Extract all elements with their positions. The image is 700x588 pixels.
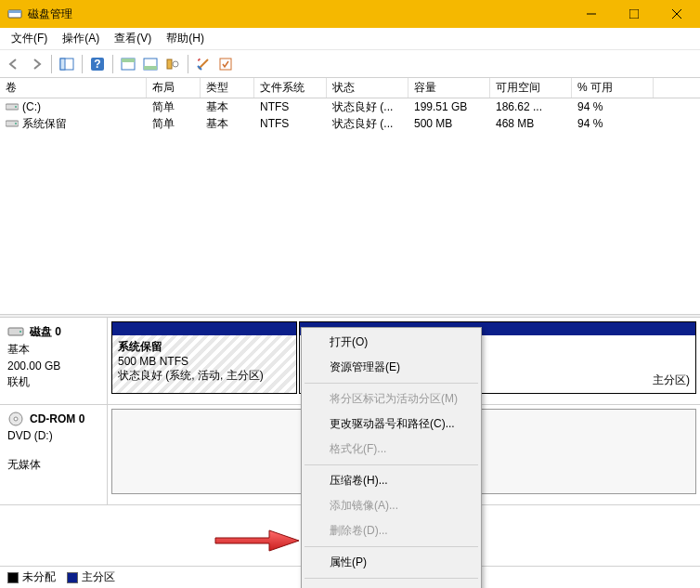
show-hide-console-button[interactable] (57, 54, 77, 74)
column-header[interactable]: 状态 (327, 78, 408, 98)
volume-capacity: 199.51 GB (408, 98, 490, 115)
context-add-mirror: 添加镜像(A)... (304, 493, 479, 518)
volume-row[interactable]: (C:) 简单 基本 NTFS 状态良好 (... 199.51 GB 186.… (0, 98, 700, 115)
column-header[interactable]: % 可用 (572, 78, 654, 98)
disk-type: DVD (D:) (7, 429, 99, 442)
svg-rect-16 (220, 59, 231, 70)
disk-title: CD-ROM 0 (30, 412, 84, 425)
volume-icon (6, 102, 19, 111)
volume-layout: 简单 (147, 98, 201, 115)
partition-name: 系统保留 (118, 339, 291, 355)
menu-action[interactable]: 操作(A) (55, 28, 107, 49)
disk-icon (7, 323, 24, 340)
view-bottom-button[interactable] (140, 54, 161, 74)
svg-rect-3 (629, 9, 639, 19)
volume-fs: NTFS (254, 115, 327, 132)
volume-row[interactable]: 系统保留 简单 基本 NTFS 状态良好 (... 500 MB 468 MB … (0, 115, 700, 132)
maximize-button[interactable] (613, 0, 655, 28)
volume-type: 基本 (201, 98, 254, 115)
view-top-button[interactable] (118, 54, 138, 74)
svg-text:?: ? (94, 58, 100, 71)
disk-title: 磁盘 0 (30, 324, 61, 340)
volume-type: 基本 (201, 115, 254, 132)
disk-size: 200.00 GB (7, 359, 99, 372)
volume-status: 状态良好 (... (327, 98, 408, 115)
context-properties[interactable]: 属性(P) (304, 550, 479, 575)
volume-table-body: (C:) 简单 基本 NTFS 状态良好 (... 199.51 GB 186.… (0, 98, 700, 314)
context-separator (305, 578, 478, 579)
volume-name: (C:) (22, 100, 41, 113)
disk-label-panel[interactable]: 磁盘 0 基本 200.00 GB 联机 (0, 318, 108, 404)
partition-status: 状态良好 (系统, 活动, 主分区) (118, 368, 291, 384)
column-header[interactable]: 容量 (408, 78, 490, 98)
column-header[interactable]: 文件系统 (254, 78, 327, 98)
partition-color-bar (112, 322, 296, 335)
toolbar: ? (0, 50, 700, 78)
volume-layout: 简单 (147, 115, 201, 132)
context-change-drive-letter[interactable]: 更改驱动器号和路径(C)... (304, 412, 479, 437)
cdrom-icon (7, 411, 24, 427)
toolbar-separator (188, 55, 188, 73)
legend-unallocated: 未分配 (7, 569, 56, 585)
volume-percent: 94 % (572, 98, 654, 115)
svg-point-22 (19, 331, 21, 333)
volume-status: 状态良好 (... (327, 115, 408, 132)
volume-name: 系统保留 (22, 116, 67, 132)
svg-rect-11 (122, 59, 135, 62)
properties-button[interactable] (193, 54, 214, 74)
svg-rect-14 (167, 59, 172, 69)
settings-button[interactable] (162, 54, 183, 74)
forward-button[interactable] (26, 54, 46, 74)
window-title: 磁盘管理 (28, 7, 570, 22)
toolbar-separator (51, 55, 52, 73)
column-header[interactable]: 卷 (0, 78, 147, 98)
partition-system-reserved[interactable]: 系统保留 500 MB NTFS 状态良好 (系统, 活动, 主分区) (111, 321, 297, 394)
svg-point-15 (173, 61, 178, 67)
context-help[interactable]: 帮助(H) (304, 581, 479, 588)
app-icon (7, 7, 22, 21)
annotation-arrow-icon (212, 528, 303, 554)
refresh-button[interactable] (215, 54, 236, 74)
context-separator (305, 546, 478, 547)
context-format: 格式化(F)... (304, 437, 479, 462)
menu-bar: 文件(F) 操作(A) 查看(V) 帮助(H) (0, 28, 700, 50)
toolbar-separator (82, 55, 83, 73)
minimize-button[interactable] (570, 0, 613, 28)
toolbar-separator (112, 55, 113, 73)
volume-icon (6, 119, 19, 128)
volume-capacity: 500 MB (408, 115, 490, 132)
disk-label-panel[interactable]: CD-ROM 0 DVD (D:) 无媒体 (0, 405, 108, 504)
partition-status-suffix: 主分区) (653, 373, 690, 386)
disk-type: 基本 (7, 342, 99, 358)
partition-size: 500 MB NTFS (118, 355, 291, 368)
context-open[interactable]: 打开(O) (304, 330, 479, 355)
context-separator (305, 464, 478, 465)
volume-table-header: 卷 布局 类型 文件系统 状态 容量 可用空间 % 可用 (0, 78, 700, 98)
svg-point-24 (14, 417, 18, 421)
context-menu: 打开(O) 资源管理器(E) 将分区标记为活动分区(M) 更改驱动器号和路径(C… (301, 327, 482, 588)
svg-point-20 (15, 123, 17, 124)
disk-size (7, 444, 99, 455)
menu-file[interactable]: 文件(F) (4, 28, 55, 49)
context-separator (305, 383, 478, 384)
column-header[interactable]: 类型 (201, 78, 254, 98)
svg-rect-7 (60, 59, 65, 70)
context-shrink[interactable]: 压缩卷(H)... (304, 468, 479, 493)
menu-help[interactable]: 帮助(H) (159, 28, 212, 49)
menu-view[interactable]: 查看(V) (107, 28, 159, 49)
close-button[interactable] (655, 0, 698, 28)
help-button[interactable]: ? (87, 54, 108, 74)
column-header[interactable]: 布局 (147, 78, 201, 98)
context-mark-active: 将分区标记为活动分区(M) (304, 386, 479, 412)
svg-point-18 (15, 106, 17, 108)
column-header[interactable]: 可用空间 (490, 78, 572, 98)
svg-rect-13 (144, 66, 157, 70)
context-explorer[interactable]: 资源管理器(E) (304, 355, 479, 380)
volume-fs: NTFS (254, 98, 327, 115)
volume-free: 186.62 ... (490, 98, 572, 115)
back-button[interactable] (4, 54, 24, 74)
volume-percent: 94 % (572, 115, 654, 132)
legend-primary: 主分区 (67, 569, 115, 585)
svg-rect-1 (8, 10, 21, 13)
title-bar: 磁盘管理 (0, 0, 700, 28)
